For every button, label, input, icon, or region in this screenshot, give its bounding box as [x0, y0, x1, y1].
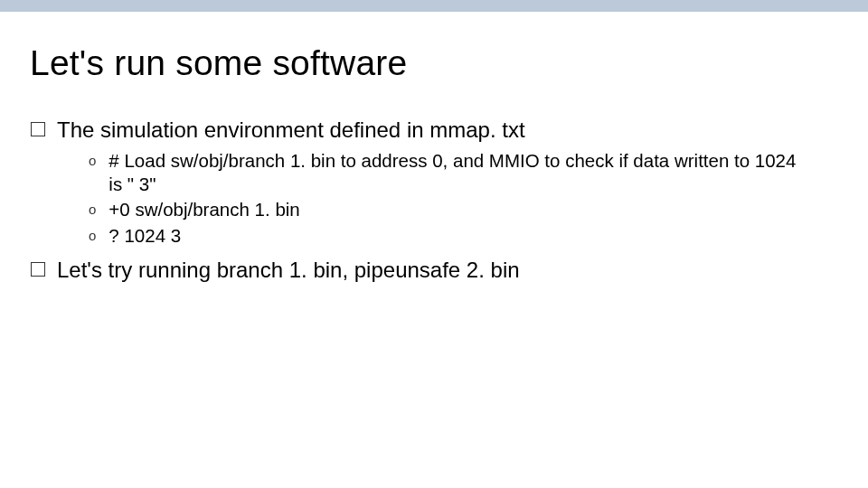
sub-text: # Load sw/obj/branch 1. bin to address 0… [108, 149, 805, 196]
sub-text: ? 1024 3 [108, 224, 181, 248]
circle-icon: o [89, 154, 96, 167]
slide-content: The simulation environment defined in mm… [31, 117, 868, 284]
bullet-item: Let's try running branch 1. bin, pipeuns… [31, 257, 868, 284]
checkbox-icon [31, 122, 45, 136]
sub-item: o # Load sw/obj/branch 1. bin to address… [89, 149, 868, 196]
bullet-text: Let's try running branch 1. bin, pipeuns… [57, 257, 520, 284]
checkbox-icon [31, 262, 45, 277]
circle-icon: o [89, 229, 96, 242]
bullet-item: The simulation environment defined in mm… [31, 117, 868, 144]
top-accent-bar [0, 0, 868, 12]
circle-icon: o [89, 202, 96, 216]
sub-item: o +0 sw/obj/branch 1. bin [89, 198, 868, 221]
slide-title: Let's run some software [30, 43, 868, 83]
bullet-text: The simulation environment defined in mm… [57, 117, 525, 144]
sub-text: +0 sw/obj/branch 1. bin [108, 198, 299, 221]
sub-list: o # Load sw/obj/branch 1. bin to address… [89, 149, 868, 248]
sub-item: o ? 1024 3 [89, 224, 868, 248]
